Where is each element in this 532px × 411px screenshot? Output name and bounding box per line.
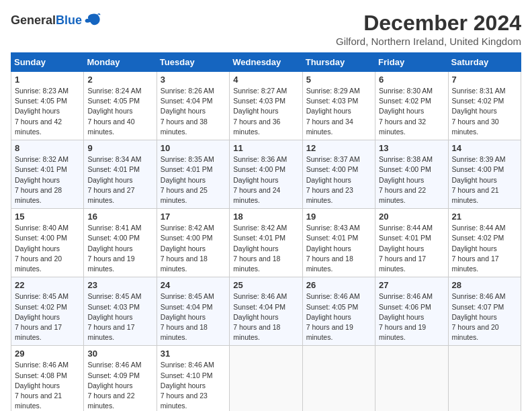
day-number: 26 (306, 280, 371, 290)
calendar-cell: 9Sunrise: 8:34 AMSunset: 4:01 PMDaylight… (84, 140, 157, 209)
calendar-cell: 8Sunrise: 8:32 AMSunset: 4:01 PMDaylight… (11, 140, 84, 209)
calendar-cell: 27Sunrise: 8:46 AMSunset: 4:06 PMDayligh… (375, 277, 448, 346)
cell-text: Sunrise: 8:46 AMSunset: 4:05 PMDaylight … (306, 292, 360, 341)
cell-text: Sunrise: 8:39 AMSunset: 4:00 PMDaylight … (452, 155, 506, 204)
weekday-header-wednesday: Wednesday (230, 53, 302, 72)
calendar-cell: 6Sunrise: 8:30 AMSunset: 4:02 PMDaylight… (375, 72, 448, 140)
cell-text: Sunrise: 8:29 AMSunset: 4:03 PMDaylight … (306, 87, 360, 136)
calendar-cell: 24Sunrise: 8:45 AMSunset: 4:04 PMDayligh… (157, 277, 229, 346)
day-number: 15 (15, 212, 80, 222)
cell-text: Sunrise: 8:26 AMSunset: 4:04 PMDaylight … (161, 87, 214, 136)
day-number: 16 (87, 212, 152, 222)
calendar-cell: 10Sunrise: 8:35 AMSunset: 4:01 PMDayligh… (157, 140, 229, 209)
calendar-week-row: 22Sunrise: 8:45 AMSunset: 4:02 PMDayligh… (11, 277, 521, 346)
cell-text: Sunrise: 8:46 AMSunset: 4:09 PMDaylight … (87, 361, 141, 410)
day-number: 28 (452, 280, 517, 290)
calendar-cell: 3Sunrise: 8:26 AMSunset: 4:04 PMDaylight… (157, 72, 229, 140)
calendar-cell (302, 346, 375, 411)
month-title: December 2024 (336, 11, 521, 36)
day-number: 14 (452, 143, 517, 153)
day-number: 5 (306, 75, 371, 85)
calendar-week-row: 8Sunrise: 8:32 AMSunset: 4:01 PMDaylight… (11, 140, 521, 209)
cell-text: Sunrise: 8:40 AMSunset: 4:00 PMDaylight … (15, 224, 69, 273)
cell-text: Sunrise: 8:27 AMSunset: 4:03 PMDaylight … (233, 87, 287, 136)
cell-text: Sunrise: 8:35 AMSunset: 4:01 PMDaylight … (161, 155, 214, 204)
cell-text: Sunrise: 8:44 AMSunset: 4:02 PMDaylight … (452, 224, 506, 273)
cell-text: Sunrise: 8:46 AMSunset: 4:04 PMDaylight … (233, 292, 287, 341)
day-number: 25 (233, 280, 298, 290)
day-number: 18 (233, 212, 298, 222)
cell-text: Sunrise: 8:30 AMSunset: 4:02 PMDaylight … (379, 87, 433, 136)
cell-text: Sunrise: 8:24 AMSunset: 4:05 PMDaylight … (87, 87, 141, 136)
day-number: 8 (15, 143, 80, 153)
day-number: 21 (452, 212, 517, 222)
calendar-cell: 25Sunrise: 8:46 AMSunset: 4:04 PMDayligh… (230, 277, 302, 346)
day-number: 20 (379, 212, 444, 222)
day-number: 11 (233, 143, 298, 153)
day-number: 3 (161, 75, 226, 85)
day-number: 24 (161, 280, 226, 290)
day-number: 27 (379, 280, 444, 290)
calendar-cell: 26Sunrise: 8:46 AMSunset: 4:05 PMDayligh… (302, 277, 375, 346)
weekday-header-monday: Monday (84, 53, 157, 72)
cell-text: Sunrise: 8:32 AMSunset: 4:01 PMDaylight … (15, 155, 69, 204)
cell-text: Sunrise: 8:38 AMSunset: 4:00 PMDaylight … (379, 155, 433, 204)
calendar-cell: 15Sunrise: 8:40 AMSunset: 4:00 PMDayligh… (11, 209, 84, 277)
calendar-cell: 7Sunrise: 8:31 AMSunset: 4:02 PMDaylight… (448, 72, 521, 140)
day-number: 6 (379, 75, 444, 85)
day-number: 4 (233, 75, 298, 85)
weekday-header-thursday: Thursday (302, 53, 375, 72)
day-number: 17 (161, 212, 226, 222)
day-number: 9 (87, 143, 152, 153)
calendar-week-row: 29Sunrise: 8:46 AMSunset: 4:08 PMDayligh… (11, 346, 521, 411)
weekday-header-friday: Friday (375, 53, 448, 72)
day-number: 31 (161, 349, 226, 359)
cell-text: Sunrise: 8:46 AMSunset: 4:08 PMDaylight … (15, 361, 69, 410)
calendar-cell: 1Sunrise: 8:23 AMSunset: 4:05 PMDaylight… (11, 72, 84, 140)
calendar-cell: 16Sunrise: 8:41 AMSunset: 4:00 PMDayligh… (84, 209, 157, 277)
page-header: GeneralBlue December 2024 Gilford, North… (11, 11, 521, 47)
day-number: 19 (306, 212, 371, 222)
cell-text: Sunrise: 8:36 AMSunset: 4:00 PMDaylight … (233, 155, 287, 204)
calendar-cell: 23Sunrise: 8:45 AMSunset: 4:03 PMDayligh… (84, 277, 157, 346)
location: Gilford, Northern Ireland, United Kingdo… (336, 36, 521, 47)
weekday-header-sunday: Sunday (11, 53, 84, 72)
cell-text: Sunrise: 8:23 AMSunset: 4:05 PMDaylight … (15, 87, 69, 136)
title-section: December 2024 Gilford, Northern Ireland,… (336, 11, 521, 47)
day-number: 29 (15, 349, 80, 359)
day-number: 1 (15, 75, 80, 85)
calendar-cell: 4Sunrise: 8:27 AMSunset: 4:03 PMDaylight… (230, 72, 302, 140)
logo: GeneralBlue (11, 11, 102, 30)
cell-text: Sunrise: 8:46 AMSunset: 4:06 PMDaylight … (379, 292, 433, 341)
day-number: 7 (452, 75, 517, 85)
weekday-header-tuesday: Tuesday (157, 53, 229, 72)
cell-text: Sunrise: 8:37 AMSunset: 4:00 PMDaylight … (306, 155, 360, 204)
day-number: 12 (306, 143, 371, 153)
day-number: 23 (87, 280, 152, 290)
cell-text: Sunrise: 8:42 AMSunset: 4:01 PMDaylight … (233, 224, 287, 273)
calendar-cell (375, 346, 448, 411)
calendar-cell: 5Sunrise: 8:29 AMSunset: 4:03 PMDaylight… (302, 72, 375, 140)
calendar-cell: 19Sunrise: 8:43 AMSunset: 4:01 PMDayligh… (302, 209, 375, 277)
weekday-header-row: SundayMondayTuesdayWednesdayThursdayFrid… (11, 53, 521, 72)
calendar-cell: 12Sunrise: 8:37 AMSunset: 4:00 PMDayligh… (302, 140, 375, 209)
day-number: 2 (87, 75, 152, 85)
cell-text: Sunrise: 8:31 AMSunset: 4:02 PMDaylight … (452, 87, 506, 136)
calendar-cell: 14Sunrise: 8:39 AMSunset: 4:00 PMDayligh… (448, 140, 521, 209)
calendar-week-row: 15Sunrise: 8:40 AMSunset: 4:00 PMDayligh… (11, 209, 521, 277)
cell-text: Sunrise: 8:45 AMSunset: 4:02 PMDaylight … (15, 292, 69, 341)
day-number: 13 (379, 143, 444, 153)
calendar-cell (230, 346, 302, 411)
cell-text: Sunrise: 8:34 AMSunset: 4:01 PMDaylight … (87, 155, 141, 204)
calendar-cell: 18Sunrise: 8:42 AMSunset: 4:01 PMDayligh… (230, 209, 302, 277)
calendar-cell: 17Sunrise: 8:42 AMSunset: 4:00 PMDayligh… (157, 209, 229, 277)
calendar-table: SundayMondayTuesdayWednesdayThursdayFrid… (11, 52, 521, 411)
cell-text: Sunrise: 8:46 AMSunset: 4:07 PMDaylight … (452, 292, 506, 341)
weekday-header-saturday: Saturday (448, 53, 521, 72)
calendar-cell (448, 346, 521, 411)
cell-text: Sunrise: 8:41 AMSunset: 4:00 PMDaylight … (87, 224, 141, 273)
day-number: 22 (15, 280, 80, 290)
calendar-week-row: 1Sunrise: 8:23 AMSunset: 4:05 PMDaylight… (11, 72, 521, 140)
calendar-cell: 31Sunrise: 8:46 AMSunset: 4:10 PMDayligh… (157, 346, 229, 411)
calendar-cell: 11Sunrise: 8:36 AMSunset: 4:00 PMDayligh… (230, 140, 302, 209)
